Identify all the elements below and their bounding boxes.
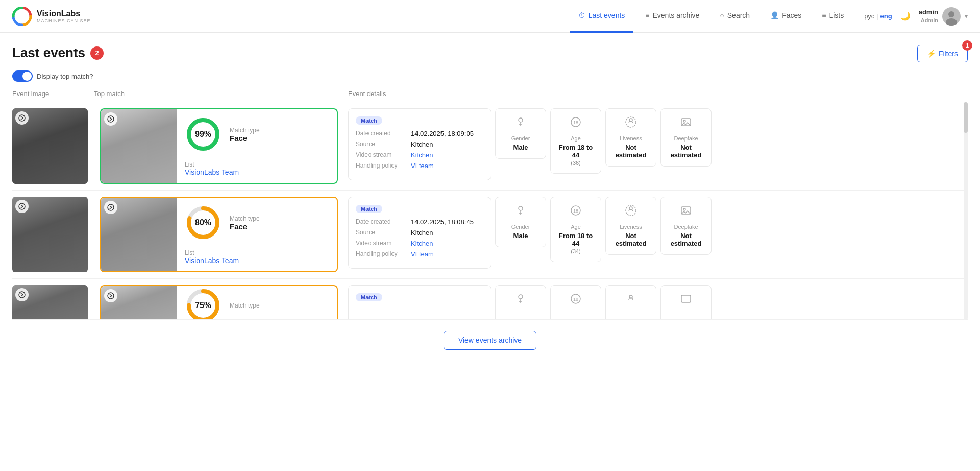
svg-point-8 <box>519 118 523 122</box>
top-match-toggle[interactable] <box>12 70 33 82</box>
svg-text:18: 18 <box>573 120 578 125</box>
match-badge: Match <box>356 205 382 213</box>
match-type-value: Face <box>230 222 260 231</box>
event-row: 99% Match type Face List VisionLabs Team <box>12 102 968 191</box>
match-list-link[interactable]: VisionLabs Team <box>185 256 329 265</box>
nav-last-events[interactable]: ⏱ Last events <box>570 0 633 33</box>
main-content: Last events 2 ⚡ Filters 1 Display top ma… <box>0 33 980 358</box>
nav-faces[interactable]: 👤 Faces <box>762 0 810 33</box>
gender-card: Gender Male <box>495 197 546 247</box>
user-role: Admin <box>919 17 938 24</box>
event-main-card: Match Date created 14.02.2025, 18:08:45 … <box>348 197 491 269</box>
display-toggle-row: Display top match? <box>12 70 968 82</box>
match-percent-label: 99% <box>195 130 211 139</box>
event-main-card: Match <box>348 285 491 320</box>
liveness-value: Notestimated <box>613 232 649 247</box>
deepfake-card: Deepfake Notestimated <box>660 197 712 255</box>
top-match-card: 75% Match type <box>100 285 338 320</box>
arrow-right-icon <box>18 291 26 298</box>
clock-icon: ⏱ <box>578 11 585 19</box>
filters-button[interactable]: ⚡ Filters 1 <box>917 45 968 62</box>
svg-point-34 <box>519 295 523 299</box>
gender-value: Male <box>503 232 538 240</box>
match-list-label: List <box>185 249 329 256</box>
logo[interactable]: VisionLabs MACHINES CAN SEE <box>12 7 91 26</box>
age-sub-value: (36) <box>558 160 594 166</box>
svg-point-21 <box>519 206 523 210</box>
match-image-link-button[interactable] <box>104 112 117 126</box>
svg-point-4 <box>19 115 25 121</box>
deepfake-value: Notestimated <box>668 144 704 159</box>
scrollbar-track[interactable] <box>964 102 968 320</box>
liveness-icon <box>613 116 649 131</box>
detail-date-row: Date created 14.02.2025, 18:09:05 <box>356 130 483 137</box>
match-percent-label: 75% <box>195 301 211 310</box>
event-image-cell <box>12 285 94 320</box>
event-row: 80% Match type Face List VisionLabs Team <box>12 191 968 279</box>
gender-icon <box>503 204 538 220</box>
match-face-image <box>101 198 177 271</box>
nav-events-archive[interactable]: ≡ Events archive <box>637 0 707 33</box>
event-image-cell <box>12 108 94 184</box>
search-icon: ○ <box>720 11 724 19</box>
filters-active-badge: 1 <box>962 40 972 51</box>
filter-icon: ⚡ <box>927 50 936 58</box>
detail-stream-link[interactable]: Kitchen <box>411 240 433 247</box>
deepfake-card <box>660 285 712 320</box>
detail-source-row: Source Kitchen <box>356 140 483 148</box>
event-image-link-button[interactable] <box>15 111 29 125</box>
match-badge: Match <box>356 116 382 125</box>
lang-en[interactable]: eng <box>880 12 892 20</box>
logo-tagline: MACHINES CAN SEE <box>37 18 91 24</box>
gender-value: Male <box>503 144 538 151</box>
deepfake-label: Deepfake <box>668 135 704 142</box>
theme-toggle[interactable]: 🌙 <box>900 11 911 21</box>
liveness-card <box>605 285 656 320</box>
arrow-right-icon <box>18 203 26 210</box>
detail-policy-link[interactable]: VLteam <box>411 250 434 258</box>
event-details-cell: Match Date created 14.02.2025, 18:09:05 … <box>344 108 968 180</box>
age-card: 18 <box>550 285 601 320</box>
top-match-label[interactable]: Display top match? <box>37 73 93 80</box>
match-image-link-button[interactable] <box>104 201 117 214</box>
deepfake-card: Deepfake Notestimated <box>660 108 712 167</box>
arrow-right-icon <box>107 115 114 123</box>
header: VisionLabs MACHINES CAN SEE ⏱ Last event… <box>0 0 980 33</box>
detail-source-value: Kitchen <box>411 229 433 237</box>
svg-text:18: 18 <box>573 208 578 214</box>
match-image-link-button[interactable] <box>104 289 117 302</box>
deepfake-icon <box>668 204 704 220</box>
nav-lists[interactable]: ≡ Lists <box>814 0 852 33</box>
nav-search[interactable]: ○ Search <box>712 0 758 33</box>
svg-point-29 <box>683 208 685 210</box>
age-range-value: From 18 to 44 <box>558 232 594 247</box>
th-event-image: Event image <box>12 90 94 98</box>
list-icon: ≡ <box>645 11 649 19</box>
arrow-right-icon <box>107 292 114 299</box>
view-events-archive-button[interactable]: View events archive <box>444 331 536 350</box>
event-image-link-button[interactable] <box>15 200 29 213</box>
th-event-details: Event details <box>344 90 968 98</box>
event-details-cell: Match 18 <box>344 285 968 320</box>
scrollbar-thumb[interactable] <box>964 102 968 133</box>
event-image-link-button[interactable] <box>15 288 29 301</box>
gender-label: Gender <box>503 135 538 142</box>
liveness-card: Liveness Notestimated <box>605 197 656 255</box>
match-percent-donut: 99% <box>185 116 222 153</box>
page-header: Last events 2 ⚡ Filters 1 <box>12 45 968 62</box>
detail-stream-link[interactable]: Kitchen <box>411 151 433 159</box>
match-list-link[interactable]: VisionLabs Team <box>185 168 329 176</box>
detail-policy-link[interactable]: VLteam <box>411 162 434 170</box>
user-info[interactable]: admin Admin ▾ <box>919 7 968 26</box>
deepfake-value: Notestimated <box>668 232 704 247</box>
svg-text:18: 18 <box>573 297 578 302</box>
deepfake-icon <box>668 293 704 308</box>
main-nav: ⏱ Last events ≡ Events archive ○ Search … <box>570 0 852 33</box>
lang-ru[interactable]: рус <box>864 12 874 20</box>
top-match-cell: 80% Match type Face List VisionLabs Team <box>94 197 344 272</box>
svg-point-2 <box>948 11 954 17</box>
svg-point-16 <box>683 120 685 122</box>
page-title: Last events <box>12 45 85 61</box>
archive-btn-wrap: View events archive <box>12 320 968 358</box>
liveness-label: Liveness <box>613 135 649 142</box>
